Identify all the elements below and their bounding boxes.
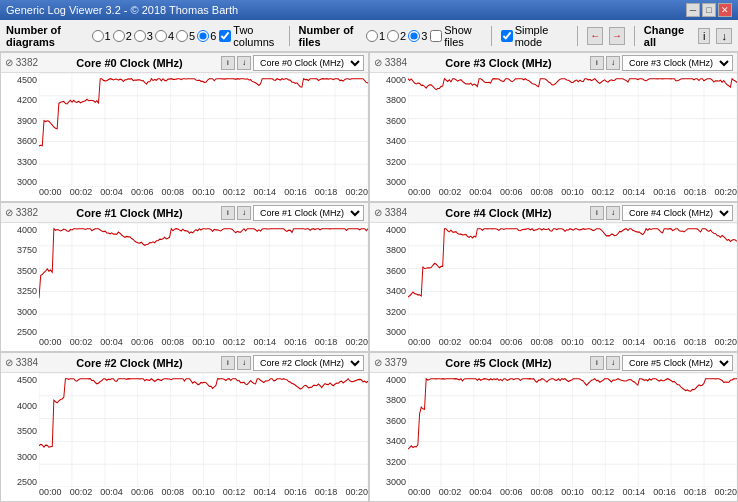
x-label-2-0: 00:00	[39, 337, 62, 351]
radio-5[interactable]: 5	[176, 30, 195, 42]
files-radio-1[interactable]: 1	[366, 30, 385, 42]
chart-header-3: ⊘ 3384Core #4 Clock (MHz)i↓Core #4 Clock…	[370, 203, 737, 223]
y-label-3-2: 3600	[372, 266, 406, 276]
y-label-3-5: 3000	[372, 327, 406, 337]
chart-dropdown-1[interactable]: Core #3 Clock (MHz)	[622, 55, 733, 71]
chart-header-5: ⊘ 3379Core #5 Clock (MHz)i↓Core #5 Clock…	[370, 353, 737, 373]
radio-1[interactable]: 1	[92, 30, 111, 42]
chart-title-0: Core #0 Clock (MHz)	[42, 57, 217, 69]
x-label-3-3: 00:06	[500, 337, 523, 351]
x-axis-4: 00:0000:0200:0400:0600:0800:1000:1200:14…	[39, 487, 368, 501]
chart-panel-1: ⊘ 3384Core #3 Clock (MHz)i↓Core #3 Clock…	[369, 52, 738, 202]
y-label-4-3: 3000	[3, 452, 37, 462]
y-label-0-3: 3600	[3, 136, 37, 146]
chart-dropdown-2[interactable]: Core #1 Clock (MHz)	[253, 205, 364, 221]
x-label-5-3: 00:06	[500, 487, 523, 501]
left-arrow-btn[interactable]: ←	[587, 27, 603, 45]
x-label-4-6: 00:12	[223, 487, 246, 501]
close-btn[interactable]: ✕	[718, 3, 732, 17]
chart-dl-btn-4[interactable]: ↓	[237, 356, 251, 370]
radio-2[interactable]: 2	[113, 30, 132, 42]
title-bar: Generic Log Viewer 3.2 - © 2018 Thomas B…	[0, 0, 738, 20]
x-label-5-0: 00:00	[408, 487, 431, 501]
y-label-2-3: 3250	[3, 286, 37, 296]
chart-dropdown-0[interactable]: Core #0 Clock (MHz)	[253, 55, 364, 71]
y-label-0-0: 4500	[3, 75, 37, 85]
chart-header-1: ⊘ 3384Core #3 Clock (MHz)i↓Core #3 Clock…	[370, 53, 737, 73]
x-label-5-9: 00:18	[684, 487, 707, 501]
radio-6[interactable]: 6	[197, 30, 216, 42]
files-radio-3[interactable]: 3	[408, 30, 427, 42]
show-files-label: Show files	[444, 24, 482, 48]
x-label-1-0: 00:00	[408, 187, 431, 201]
chart-content-1	[408, 73, 737, 187]
radio-3[interactable]: 3	[134, 30, 153, 42]
x-label-2-8: 00:16	[284, 337, 307, 351]
title-bar-controls: ─ □ ✕	[686, 3, 732, 17]
x-label-2-2: 00:04	[100, 337, 123, 351]
radio-4[interactable]: 4	[155, 30, 174, 42]
chart-dropdown-5[interactable]: Core #5 Clock (MHz)	[622, 355, 733, 371]
two-columns-checkbox[interactable]: Two columns	[219, 24, 279, 48]
chart-panel-4: ⊘ 3384Core #2 Clock (MHz)i↓Core #2 Clock…	[0, 352, 369, 502]
y-label-1-4: 3200	[372, 157, 406, 167]
x-label-1-1: 00:02	[439, 187, 462, 201]
y-label-5-5: 3000	[372, 477, 406, 487]
y-label-4-4: 2500	[3, 477, 37, 487]
chart-info-btn-1[interactable]: i	[590, 56, 604, 70]
chart-value-5: ⊘ 3379	[374, 357, 407, 368]
diagrams-section: Number of diagrams 1 2 3 4 5 6 Two colum…	[6, 24, 280, 48]
download-btn[interactable]: ↓	[716, 28, 732, 44]
info-icon: i	[703, 30, 705, 42]
chart-title-3: Core #4 Clock (MHz)	[411, 207, 586, 219]
chart-body-2: 40003750350032503000250000:0000:0200:040…	[1, 223, 368, 351]
chart-body-3: 40003800360034003200300000:0000:0200:040…	[370, 223, 737, 351]
chart-body-0: 45004200390036003300300000:0000:0200:040…	[1, 73, 368, 201]
chart-dl-btn-5[interactable]: ↓	[606, 356, 620, 370]
info-btn[interactable]: i	[698, 28, 710, 44]
chart-value-1: ⊘ 3384	[374, 57, 407, 68]
files-radio-group: 1 2 3	[366, 30, 427, 42]
maximize-btn[interactable]: □	[702, 3, 716, 17]
chart-info-btn-4[interactable]: i	[221, 356, 235, 370]
chart-info-btn-2[interactable]: i	[221, 206, 235, 220]
files-radio-2[interactable]: 2	[387, 30, 406, 42]
chart-dl-btn-0[interactable]: ↓	[237, 56, 251, 70]
chart-dl-btn-2[interactable]: ↓	[237, 206, 251, 220]
x-label-1-9: 00:18	[684, 187, 707, 201]
x-label-2-5: 00:10	[192, 337, 215, 351]
x-label-1-3: 00:06	[500, 187, 523, 201]
show-files-checkbox[interactable]: Show files	[430, 24, 482, 48]
x-label-5-10: 00:20	[714, 487, 737, 501]
chart-svg-0	[39, 73, 368, 187]
app-title: Generic Log Viewer 3.2 - © 2018 Thomas B…	[6, 4, 238, 16]
x-axis-0: 00:0000:0200:0400:0600:0800:1000:1200:14…	[39, 187, 368, 201]
chart-dropdown-3[interactable]: Core #4 Clock (MHz)	[622, 205, 733, 221]
download-icon: ↓	[721, 30, 727, 42]
chart-value-3: ⊘ 3384	[374, 207, 407, 218]
right-arrow-btn[interactable]: →	[609, 27, 625, 45]
simple-mode-checkbox[interactable]: Simple mode	[501, 24, 569, 48]
chart-info-btn-3[interactable]: i	[590, 206, 604, 220]
y-label-4-1: 4000	[3, 401, 37, 411]
chart-info-btn-5[interactable]: i	[590, 356, 604, 370]
x-label-2-3: 00:06	[131, 337, 154, 351]
chart-dl-btn-1[interactable]: ↓	[606, 56, 620, 70]
y-axis-5: 400038003600340032003000	[370, 373, 408, 501]
chart-info-btn-0[interactable]: i	[221, 56, 235, 70]
x-label-3-10: 00:20	[714, 337, 737, 351]
x-label-0-9: 00:18	[315, 187, 338, 201]
files-section: Number of files 1 2 3 Show files	[299, 24, 482, 48]
chart-header-0: ⊘ 3382Core #0 Clock (MHz)i↓Core #0 Clock…	[1, 53, 368, 73]
chart-body-1: 40003800360034003200300000:0000:0200:040…	[370, 73, 737, 201]
chart-body-5: 40003800360034003200300000:0000:0200:040…	[370, 373, 737, 501]
y-label-2-2: 3500	[3, 266, 37, 276]
chart-dropdown-4[interactable]: Core #2 Clock (MHz)	[253, 355, 364, 371]
chart-value-0: ⊘ 3382	[5, 57, 38, 68]
minimize-btn[interactable]: ─	[686, 3, 700, 17]
chart-dl-btn-3[interactable]: ↓	[606, 206, 620, 220]
y-axis-1: 400038003600340032003000	[370, 73, 408, 201]
x-label-1-7: 00:14	[622, 187, 645, 201]
y-label-4-0: 4500	[3, 375, 37, 385]
x-label-1-5: 00:10	[561, 187, 584, 201]
